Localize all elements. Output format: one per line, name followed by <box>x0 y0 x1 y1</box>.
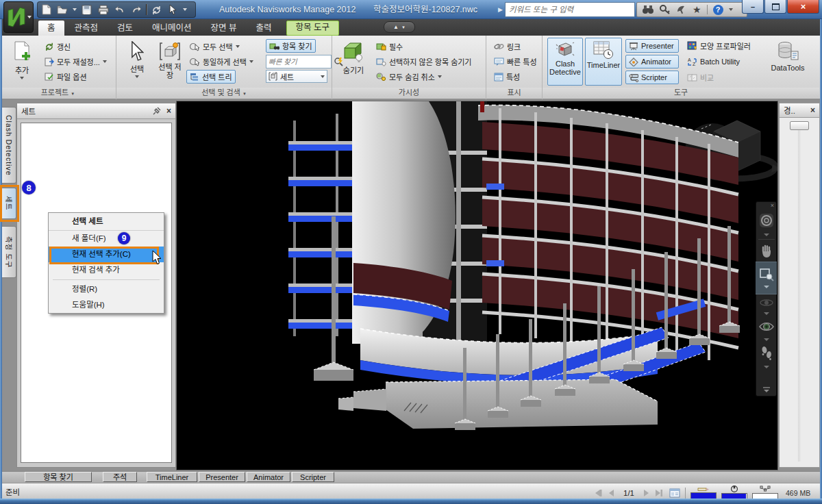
tab-review[interactable]: 검토 <box>108 21 142 36</box>
hide-unselected-button[interactable]: 선택하지 않은 항목 숨기기 <box>373 55 475 68</box>
select-cursor-button[interactable] <box>166 3 179 16</box>
open-file-button[interactable] <box>56 3 69 16</box>
tilt-panel-close-icon[interactable]: × <box>810 105 815 115</box>
undo-button[interactable] <box>113 3 126 16</box>
menu-item-sort[interactable]: 정렬(R) <box>49 281 164 297</box>
presenter-button[interactable]: Presenter <box>625 39 679 53</box>
pan-button[interactable] <box>756 241 776 262</box>
open-file-caret-icon[interactable] <box>73 8 77 11</box>
sidebar-tab-measure-tools[interactable]: 측정 도구 <box>2 226 16 278</box>
reset-all-button[interactable]: 모두 재설정... <box>41 55 110 68</box>
minimize-ribbon-button[interactable]: ▲ ▼ <box>384 21 415 33</box>
wheel-caret-icon[interactable] <box>764 234 769 236</box>
next-sheet-button[interactable] <box>643 489 650 497</box>
zoom-caret-icon[interactable] <box>764 286 769 288</box>
datatools-button[interactable]: DataTools <box>764 38 811 86</box>
scripter-button[interactable]: Scripter <box>625 71 679 84</box>
batch-utility-button[interactable]: AZ Batch Utility <box>684 55 743 68</box>
tab-item-tools[interactable]: 항목 도구 <box>286 21 339 36</box>
sidebar-tab-clash-detective[interactable]: Clash Detective <box>2 107 16 184</box>
dock-tab-presenter[interactable]: Presenter <box>199 472 245 482</box>
communication-center-icon[interactable] <box>676 5 687 14</box>
quick-properties-button[interactable]: 빠른 특성 <box>490 55 540 68</box>
zoom-button-selected[interactable] <box>756 262 777 294</box>
pin-icon[interactable] <box>153 107 161 115</box>
appearance-profiler-button[interactable]: 모양 프로파일러 <box>684 39 754 53</box>
find-items-button[interactable]: 항목 찾기 <box>266 39 316 53</box>
first-sheet-button[interactable] <box>593 489 603 497</box>
redo-button[interactable] <box>129 3 142 16</box>
properties-button[interactable]: 특성 <box>490 70 523 84</box>
select-all-button[interactable]: 모두 선택 <box>186 40 243 53</box>
dock-tab-animator[interactable]: Animator <box>247 472 290 482</box>
tab-output[interactable]: 출력 <box>247 21 281 36</box>
group-project-label[interactable]: 프로젝트 ▼ <box>0 88 116 98</box>
help-icon[interactable]: ? <box>713 5 723 15</box>
menu-item-add-current-search[interactable]: 현재 검색 추가 <box>49 262 164 278</box>
maximize-button[interactable] <box>764 0 786 14</box>
dock-tab-comments[interactable]: 주석 <box>103 472 137 482</box>
menu-item-new-folder[interactable]: 새 폴더(F) <box>49 231 164 247</box>
navbar-menu-button[interactable] <box>756 383 776 396</box>
qat-options-caret-icon[interactable] <box>183 8 187 11</box>
require-button[interactable]: 필수 <box>373 40 406 53</box>
hide-button[interactable]: 숨기기 <box>337 38 370 85</box>
subscription-key-icon[interactable] <box>660 5 671 14</box>
application-menu-button[interactable] <box>3 1 34 33</box>
new-file-button[interactable] <box>40 3 53 16</box>
tab-viewpoint[interactable]: 관측점 <box>66 21 108 36</box>
search-binoculars-icon[interactable] <box>642 5 654 14</box>
sheet-browser-button[interactable] <box>669 488 680 498</box>
viewport-3d[interactable] <box>176 101 778 470</box>
save-selection-button[interactable]: 선택 저장 <box>155 38 185 85</box>
quick-find-input[interactable] <box>266 55 332 68</box>
selection-tree-button[interactable]: 선택 트리 <box>186 70 236 84</box>
navbar-close-icon[interactable]: × <box>771 202 776 209</box>
select-same-button[interactable]: 동일하게 선택 <box>186 55 257 68</box>
previous-sheet-button[interactable] <box>608 489 614 497</box>
group-select-search-label[interactable]: 선택 및 검색 ▼ <box>116 88 332 98</box>
search-input[interactable] <box>505 2 635 17</box>
print-button[interactable] <box>97 3 110 16</box>
walk-button[interactable] <box>756 342 776 364</box>
look-caret-icon[interactable] <box>764 338 769 341</box>
refresh-model-button[interactable]: 갱신 <box>41 40 74 53</box>
orbit-caret-icon[interactable] <box>764 312 769 315</box>
save-button[interactable] <box>80 3 93 16</box>
tilt-slider-track[interactable] <box>798 127 800 462</box>
search-expand-caret-icon[interactable]: ▶ <box>498 6 503 13</box>
clash-detective-button[interactable]: Clash Detective <box>547 38 583 86</box>
timeliner-button[interactable]: TimeLiner <box>585 38 622 86</box>
window-border-bottom[interactable] <box>0 499 822 504</box>
menu-item-add-current-selection[interactable]: 현재 선택 추가(C) <box>49 247 164 262</box>
sets-dropdown[interactable]: 세트 <box>266 70 327 83</box>
look-button[interactable] <box>756 316 776 337</box>
group-tools-label[interactable]: 도구 <box>543 88 819 98</box>
panel-close-icon[interactable]: × <box>166 106 171 116</box>
select-button[interactable]: 선택 <box>122 38 152 85</box>
dock-tab-find-items[interactable]: 항목 찾기 <box>25 472 92 482</box>
dock-tab-timeliner[interactable]: TimeLiner <box>147 472 197 482</box>
group-display-label[interactable]: 표시 <box>486 88 542 98</box>
group-visibility-label[interactable]: 가시성 <box>332 88 486 98</box>
tab-home[interactable]: 홈 <box>38 21 64 36</box>
animator-button[interactable]: Animator <box>625 55 679 68</box>
tab-animation[interactable]: 애니메이션 <box>143 21 201 36</box>
links-button[interactable]: 링크 <box>490 40 524 53</box>
walk-caret-icon[interactable] <box>764 366 769 368</box>
tilt-slider-handle[interactable] <box>790 121 809 130</box>
favorites-star-icon[interactable]: ★ <box>693 5 701 14</box>
add-button[interactable]: 추가 <box>5 38 38 85</box>
dock-tab-scripter[interactable]: Scripter <box>292 472 334 482</box>
tab-sceneview[interactable]: 장면 뷰 <box>202 21 246 36</box>
steering-wheel-button[interactable] <box>756 209 776 232</box>
minimize-button[interactable]: – <box>742 0 764 14</box>
refresh-button[interactable] <box>150 3 163 16</box>
help-caret-icon[interactable] <box>729 8 733 11</box>
orbit-button[interactable] <box>756 294 776 311</box>
sidebar-tab-sets[interactable]: 세트 <box>2 188 16 219</box>
close-button[interactable]: × <box>787 0 819 14</box>
unhide-all-button[interactable]: 모두 숨김 취소 <box>373 70 445 84</box>
last-sheet-button[interactable] <box>655 489 664 497</box>
file-options-button[interactable]: 파일 옵션 <box>41 70 90 84</box>
